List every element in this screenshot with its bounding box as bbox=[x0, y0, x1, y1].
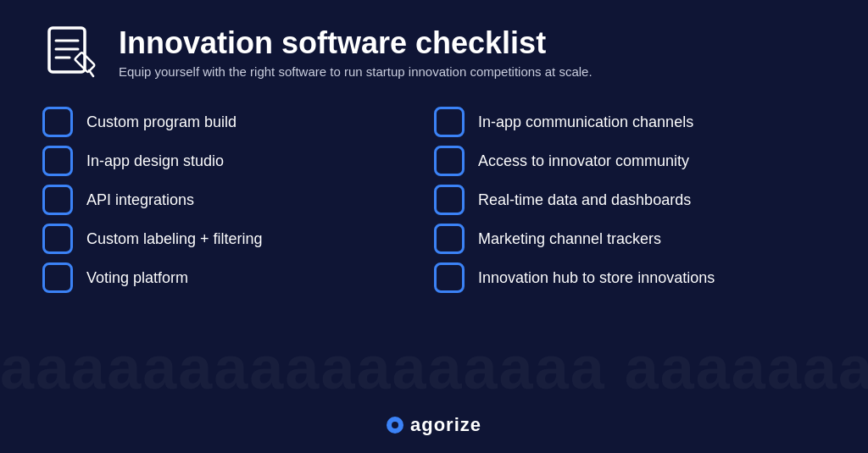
checklist-label-left-3: Custom labeling + filtering bbox=[86, 230, 263, 248]
checklist-label-left-4: Voting platform bbox=[86, 269, 188, 287]
page-subtitle: Equip yourself with the right software t… bbox=[119, 63, 593, 80]
checklist-item-left-2: API integrations bbox=[42, 185, 434, 215]
checklist-label-left-1: In-app design studio bbox=[86, 152, 224, 170]
checklist-item-left-4: Voting platform bbox=[42, 262, 434, 293]
checklist-icon bbox=[42, 24, 102, 83]
checkbox-left-4[interactable] bbox=[42, 262, 73, 293]
checklist-item-right-2: Real-time data and dashboards bbox=[434, 185, 826, 215]
header-text: Innovation software checklist Equip your… bbox=[119, 26, 593, 81]
checklist-item-left-0: Custom program build bbox=[42, 107, 434, 137]
checklist-label-right-0: In-app communication channels bbox=[478, 113, 693, 131]
checklist-item-left-3: Custom labeling + filtering bbox=[42, 224, 434, 254]
checklist-label-right-1: Access to innovator community bbox=[478, 152, 689, 170]
checkbox-right-0[interactable] bbox=[434, 107, 465, 137]
svg-line-5 bbox=[89, 70, 93, 76]
checkbox-right-1[interactable] bbox=[434, 146, 465, 176]
checklist-item-right-1: Access to innovator community bbox=[434, 146, 826, 176]
checkbox-left-1[interactable] bbox=[42, 146, 73, 176]
checkbox-right-2[interactable] bbox=[434, 185, 465, 215]
checklist-right-column: In-app communication channels Access to … bbox=[434, 107, 826, 404]
checklist-left-column: Custom program build In-app design studi… bbox=[42, 107, 434, 404]
checkbox-right-3[interactable] bbox=[434, 224, 465, 254]
checklist-item-right-4: Innovation hub to store innovations bbox=[434, 262, 826, 293]
logo-dot-icon bbox=[387, 417, 403, 434]
checklist-label-right-3: Marketing channel trackers bbox=[478, 230, 661, 248]
checklist-section: Custom program build In-app design studi… bbox=[42, 107, 826, 404]
header: Innovation software checklist Equip your… bbox=[42, 24, 826, 83]
checklist-item-right-3: Marketing channel trackers bbox=[434, 224, 826, 254]
checkbox-left-0[interactable] bbox=[42, 107, 73, 137]
page-title: Innovation software checklist bbox=[119, 26, 593, 60]
checkbox-left-2[interactable] bbox=[42, 185, 73, 215]
checklist-label-right-2: Real-time data and dashboards bbox=[478, 191, 691, 209]
checkbox-right-4[interactable] bbox=[434, 262, 465, 293]
checklist-label-left-2: API integrations bbox=[86, 191, 194, 209]
checkbox-left-3[interactable] bbox=[42, 224, 73, 254]
checklist-label-right-4: Innovation hub to store innovations bbox=[478, 269, 715, 287]
checklist-item-right-0: In-app communication channels bbox=[434, 107, 826, 137]
checklist-item-left-1: In-app design studio bbox=[42, 146, 434, 176]
checklist-label-left-0: Custom program build bbox=[86, 113, 236, 131]
footer: agorize bbox=[42, 414, 826, 436]
main-container: Innovation software checklist Equip your… bbox=[0, 0, 868, 453]
logo-text: agorize bbox=[410, 414, 481, 436]
